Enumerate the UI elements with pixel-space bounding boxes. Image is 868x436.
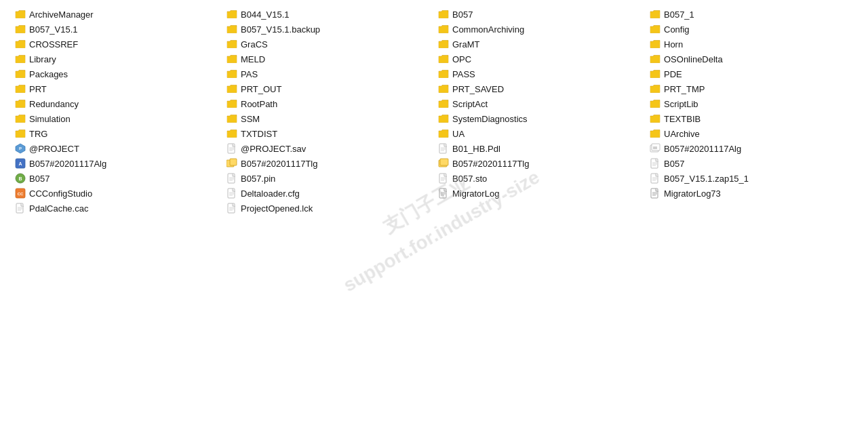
folder-icon xyxy=(438,24,449,35)
list-item[interactable]: ArchiveManager xyxy=(11,7,222,22)
folder-icon xyxy=(650,9,660,20)
list-item[interactable]: B057#20201117Alg xyxy=(646,141,857,156)
list-item[interactable]: PRT_SAVED xyxy=(434,81,646,96)
file-icon xyxy=(438,173,449,184)
list-item[interactable]: B057_V15.1.backup xyxy=(222,22,434,37)
item-label: OPC xyxy=(452,54,471,64)
list-item[interactable]: Simulation xyxy=(11,111,222,126)
list-item[interactable]: B057.sto xyxy=(434,171,646,186)
item-label: PRT xyxy=(29,84,47,94)
list-item[interactable]: OPC xyxy=(434,52,646,66)
list-item[interactable]: UArchive xyxy=(646,126,857,141)
list-item[interactable]: CommonArchiving xyxy=(434,22,646,37)
list-item[interactable]: Redundancy xyxy=(11,96,222,111)
folder-icon xyxy=(15,83,26,94)
item-label: B057_V15.1 xyxy=(29,24,78,35)
list-item[interactable]: MELD xyxy=(222,52,434,66)
list-item[interactable]: PRT_OUT xyxy=(222,81,434,96)
list-item[interactable]: Library xyxy=(11,52,222,66)
list-item[interactable]: GraMT xyxy=(434,37,646,52)
folder-icon xyxy=(226,39,237,49)
list-item[interactable]: B057_1 xyxy=(646,7,857,22)
file-icon xyxy=(226,143,237,154)
list-item[interactable]: B057 xyxy=(646,156,857,171)
column-2: B057 CommonArchiving GraMT OPC PASS PRT_… xyxy=(434,7,646,216)
list-item[interactable]: RootPath xyxy=(222,96,434,111)
item-label: ScriptAct xyxy=(452,99,488,109)
folder-icon xyxy=(226,54,237,64)
list-item[interactable]: TRG xyxy=(11,126,222,141)
list-item[interactable]: A B057#20201117Alg xyxy=(11,156,222,171)
list-item[interactable]: ScriptAct xyxy=(434,96,646,111)
column-1: B044_V15.1 B057_V15.1.backup GraCS MELD … xyxy=(222,7,434,216)
list-item[interactable]: Packages xyxy=(11,66,222,81)
list-item[interactable]: B057_V15.1.zap15_1 xyxy=(646,171,857,186)
list-item[interactable]: TXTDIST xyxy=(222,126,434,141)
list-item[interactable]: MigratorLog73 xyxy=(646,186,857,201)
list-item[interactable]: PDE xyxy=(646,66,857,81)
folder-icon xyxy=(226,24,237,35)
list-item[interactable]: Deltaloader.cfg xyxy=(222,186,434,201)
folder-icon xyxy=(226,98,237,109)
item-label: Config xyxy=(664,24,690,35)
list-item[interactable]: MigratorLog xyxy=(434,186,646,201)
list-item[interactable]: B057_V15.1 xyxy=(11,22,222,37)
list-item[interactable]: SSM xyxy=(222,111,434,126)
folder-icon xyxy=(438,68,449,79)
list-item[interactable]: CC CCConfigStudio xyxy=(11,186,222,201)
list-item[interactable]: @PROJECT.sav xyxy=(222,141,434,156)
list-item[interactable]: UA xyxy=(434,126,646,141)
folder-icon xyxy=(15,98,26,109)
folder-icon xyxy=(438,39,449,49)
item-label: UArchive xyxy=(664,129,700,139)
list-item[interactable]: PRT xyxy=(11,81,222,96)
item-label: PdalCache.cac xyxy=(29,203,88,214)
item-label: B057.pin xyxy=(241,174,275,184)
folder-icon xyxy=(650,24,660,35)
item-label: TXTDIST xyxy=(241,129,277,139)
folder-icon xyxy=(226,83,237,94)
list-item[interactable]: ProjectOpened.lck xyxy=(222,201,434,216)
list-item[interactable]: ScriptLib xyxy=(646,96,857,111)
item-label: B057#20201117Tlg xyxy=(452,159,530,169)
list-item[interactable]: GraCS xyxy=(222,37,434,52)
list-item[interactable]: SystemDiagnostics xyxy=(434,111,646,126)
item-label: Redundancy xyxy=(29,99,79,109)
list-item[interactable]: B057.pin xyxy=(222,171,434,186)
folder-icon xyxy=(650,54,660,64)
list-item[interactable]: Horn xyxy=(646,37,857,52)
file-grid: ArchiveManager B057_V15.1 CROSSREF Libra… xyxy=(11,7,857,216)
list-item[interactable]: CROSSREF xyxy=(11,37,222,52)
item-label: ScriptLib xyxy=(664,99,698,109)
list-item[interactable]: B057 xyxy=(434,7,646,22)
file-icon xyxy=(226,158,237,169)
folder-icon xyxy=(438,54,449,64)
list-item[interactable]: PAS xyxy=(222,66,434,81)
folder-icon xyxy=(15,128,26,139)
item-label: ProjectOpened.lck xyxy=(241,203,313,214)
folder-icon xyxy=(15,68,26,79)
list-item[interactable]: Config xyxy=(646,22,857,37)
list-item[interactable]: PASS xyxy=(434,66,646,81)
list-item[interactable]: B B057 xyxy=(11,171,222,186)
list-item[interactable]: OSOnlineDelta xyxy=(646,52,857,66)
item-label: MELD xyxy=(241,54,265,64)
list-item[interactable]: B01_HB.Pdl xyxy=(434,141,646,156)
item-label: B057 xyxy=(452,9,473,20)
list-item[interactable]: B044_V15.1 xyxy=(222,7,434,22)
item-label: B057#20201117Alg xyxy=(664,144,741,154)
item-label: PRT_OUT xyxy=(241,84,281,94)
file-icon xyxy=(438,188,449,199)
item-label: CROSSREF xyxy=(29,39,78,49)
list-item[interactable]: P @PROJECT xyxy=(11,141,222,156)
list-item[interactable]: TEXTBIB xyxy=(646,111,857,126)
folder-icon xyxy=(438,113,449,124)
list-item[interactable]: PdalCache.cac xyxy=(11,201,222,216)
list-item[interactable]: B057#20201117Tlg xyxy=(222,156,434,171)
file-icon xyxy=(650,143,660,154)
folder-icon xyxy=(438,9,449,20)
list-item[interactable]: PRT_TMP xyxy=(646,81,857,96)
item-label: Horn xyxy=(664,39,683,49)
list-item[interactable]: B057#20201117Tlg xyxy=(434,156,646,171)
file-icon xyxy=(650,188,660,199)
